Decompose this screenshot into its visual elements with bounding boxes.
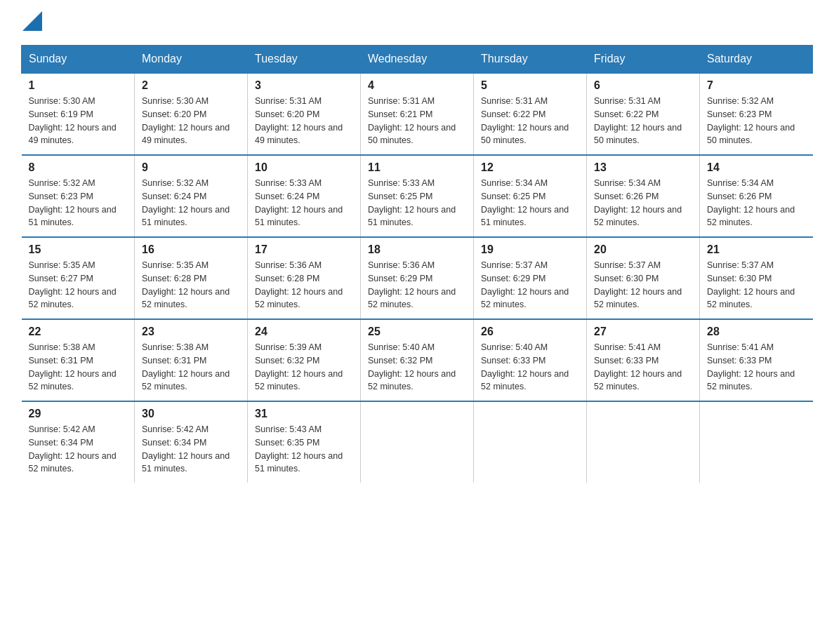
calendar-week-row: 8 Sunrise: 5:32 AM Sunset: 6:23 PM Dayli… [22,155,813,237]
day-info: Sunrise: 5:37 AM Sunset: 6:30 PM Dayligh… [594,259,692,311]
day-number: 3 [255,79,353,92]
day-info: Sunrise: 5:42 AM Sunset: 6:34 PM Dayligh… [29,423,128,476]
calendar-day-cell: 19 Sunrise: 5:37 AM Sunset: 6:29 PM Dayl… [474,237,587,319]
calendar-day-cell: 7 Sunrise: 5:32 AM Sunset: 6:23 PM Dayli… [700,73,813,155]
day-number: 13 [594,161,692,174]
page-header [21,14,813,31]
day-number: 29 [29,408,128,420]
day-info: Sunrise: 5:40 AM Sunset: 6:32 PM Dayligh… [368,341,466,394]
day-info: Sunrise: 5:41 AM Sunset: 6:33 PM Dayligh… [594,341,692,394]
day-info: Sunrise: 5:37 AM Sunset: 6:29 PM Dayligh… [481,259,579,311]
calendar-day-cell: 9 Sunrise: 5:32 AM Sunset: 6:24 PM Dayli… [135,155,248,237]
calendar-day-cell: 6 Sunrise: 5:31 AM Sunset: 6:22 PM Dayli… [587,73,700,155]
calendar-day-cell: 14 Sunrise: 5:34 AM Sunset: 6:26 PM Dayl… [700,155,813,237]
day-info: Sunrise: 5:31 AM Sunset: 6:20 PM Dayligh… [255,95,353,147]
day-info: Sunrise: 5:31 AM Sunset: 6:21 PM Dayligh… [368,95,466,147]
calendar-week-row: 15 Sunrise: 5:35 AM Sunset: 6:27 PM Dayl… [22,237,813,319]
calendar-day-cell: 17 Sunrise: 5:36 AM Sunset: 6:28 PM Dayl… [248,237,361,319]
calendar-table: SundayMondayTuesdayWednesdayThursdayFrid… [21,45,813,483]
day-info: Sunrise: 5:37 AM Sunset: 6:30 PM Dayligh… [707,259,806,311]
day-number: 9 [142,161,240,174]
calendar-day-cell: 18 Sunrise: 5:36 AM Sunset: 6:29 PM Dayl… [361,237,474,319]
day-number: 5 [481,79,579,92]
calendar-day-cell: 21 Sunrise: 5:37 AM Sunset: 6:30 PM Dayl… [700,237,813,319]
day-number: 12 [481,161,579,174]
calendar-empty-cell [474,401,587,483]
calendar-day-cell: 4 Sunrise: 5:31 AM Sunset: 6:21 PM Dayli… [361,73,474,155]
day-info: Sunrise: 5:38 AM Sunset: 6:31 PM Dayligh… [142,341,240,394]
day-number: 11 [368,161,466,174]
day-number: 6 [594,79,692,92]
calendar-day-cell: 10 Sunrise: 5:33 AM Sunset: 6:24 PM Dayl… [248,155,361,237]
header-thursday: Thursday [474,46,587,74]
day-number: 30 [142,408,240,420]
calendar-week-row: 1 Sunrise: 5:30 AM Sunset: 6:19 PM Dayli… [22,73,813,155]
calendar-day-cell: 28 Sunrise: 5:41 AM Sunset: 6:33 PM Dayl… [700,319,813,401]
day-info: Sunrise: 5:30 AM Sunset: 6:20 PM Dayligh… [142,95,240,147]
header-tuesday: Tuesday [248,46,361,74]
day-info: Sunrise: 5:30 AM Sunset: 6:19 PM Dayligh… [29,95,128,147]
day-number: 26 [481,326,579,338]
day-number: 15 [29,243,128,256]
calendar-day-cell: 30 Sunrise: 5:42 AM Sunset: 6:34 PM Dayl… [135,401,248,483]
svg-marker-0 [22,11,42,31]
calendar-week-row: 22 Sunrise: 5:38 AM Sunset: 6:31 PM Dayl… [22,319,813,401]
day-number: 24 [255,326,353,338]
day-info: Sunrise: 5:34 AM Sunset: 6:26 PM Dayligh… [707,177,806,229]
calendar-day-cell: 29 Sunrise: 5:42 AM Sunset: 6:34 PM Dayl… [22,401,135,483]
day-number: 25 [368,326,466,338]
calendar-day-cell: 20 Sunrise: 5:37 AM Sunset: 6:30 PM Dayl… [587,237,700,319]
calendar-day-cell: 3 Sunrise: 5:31 AM Sunset: 6:20 PM Dayli… [248,73,361,155]
header-sunday: Sunday [22,46,135,74]
day-info: Sunrise: 5:32 AM Sunset: 6:24 PM Dayligh… [142,177,240,229]
day-info: Sunrise: 5:36 AM Sunset: 6:28 PM Dayligh… [255,259,353,311]
day-number: 27 [594,326,692,338]
calendar-empty-cell [587,401,700,483]
header-monday: Monday [135,46,248,74]
calendar-day-cell: 1 Sunrise: 5:30 AM Sunset: 6:19 PM Dayli… [22,73,135,155]
day-info: Sunrise: 5:34 AM Sunset: 6:25 PM Dayligh… [481,177,579,229]
day-info: Sunrise: 5:31 AM Sunset: 6:22 PM Dayligh… [481,95,579,147]
calendar-day-cell: 31 Sunrise: 5:43 AM Sunset: 6:35 PM Dayl… [248,401,361,483]
day-info: Sunrise: 5:32 AM Sunset: 6:23 PM Dayligh… [29,177,128,229]
day-number: 19 [481,243,579,256]
day-info: Sunrise: 5:33 AM Sunset: 6:24 PM Dayligh… [255,177,353,229]
day-info: Sunrise: 5:43 AM Sunset: 6:35 PM Dayligh… [255,423,353,476]
calendar-empty-cell [361,401,474,483]
day-info: Sunrise: 5:42 AM Sunset: 6:34 PM Dayligh… [142,423,240,476]
calendar-day-cell: 26 Sunrise: 5:40 AM Sunset: 6:33 PM Dayl… [474,319,587,401]
day-number: 10 [255,161,353,174]
calendar-header-row: SundayMondayTuesdayWednesdayThursdayFrid… [22,46,813,74]
day-number: 7 [707,79,806,92]
calendar-day-cell: 5 Sunrise: 5:31 AM Sunset: 6:22 PM Dayli… [474,73,587,155]
logo [21,14,42,31]
day-number: 31 [255,408,353,420]
calendar-day-cell: 12 Sunrise: 5:34 AM Sunset: 6:25 PM Dayl… [474,155,587,237]
day-info: Sunrise: 5:33 AM Sunset: 6:25 PM Dayligh… [368,177,466,229]
day-info: Sunrise: 5:40 AM Sunset: 6:33 PM Dayligh… [481,341,579,394]
header-wednesday: Wednesday [361,46,474,74]
day-number: 17 [255,243,353,256]
calendar-day-cell: 25 Sunrise: 5:40 AM Sunset: 6:32 PM Dayl… [361,319,474,401]
day-number: 16 [142,243,240,256]
day-number: 28 [707,326,806,338]
day-info: Sunrise: 5:39 AM Sunset: 6:32 PM Dayligh… [255,341,353,394]
calendar-empty-cell [700,401,813,483]
day-info: Sunrise: 5:35 AM Sunset: 6:27 PM Dayligh… [29,259,128,311]
calendar-day-cell: 8 Sunrise: 5:32 AM Sunset: 6:23 PM Dayli… [22,155,135,237]
day-info: Sunrise: 5:41 AM Sunset: 6:33 PM Dayligh… [707,341,806,394]
day-info: Sunrise: 5:36 AM Sunset: 6:29 PM Dayligh… [368,259,466,311]
day-number: 2 [142,79,240,92]
day-number: 21 [707,243,806,256]
calendar-day-cell: 27 Sunrise: 5:41 AM Sunset: 6:33 PM Dayl… [587,319,700,401]
day-number: 8 [29,161,128,174]
day-info: Sunrise: 5:38 AM Sunset: 6:31 PM Dayligh… [29,341,128,394]
calendar-day-cell: 13 Sunrise: 5:34 AM Sunset: 6:26 PM Dayl… [587,155,700,237]
day-number: 18 [368,243,466,256]
calendar-day-cell: 22 Sunrise: 5:38 AM Sunset: 6:31 PM Dayl… [22,319,135,401]
calendar-day-cell: 16 Sunrise: 5:35 AM Sunset: 6:28 PM Dayl… [135,237,248,319]
calendar-day-cell: 2 Sunrise: 5:30 AM Sunset: 6:20 PM Dayli… [135,73,248,155]
header-friday: Friday [587,46,700,74]
calendar-day-cell: 24 Sunrise: 5:39 AM Sunset: 6:32 PM Dayl… [248,319,361,401]
logo-triangle-icon [22,11,42,31]
